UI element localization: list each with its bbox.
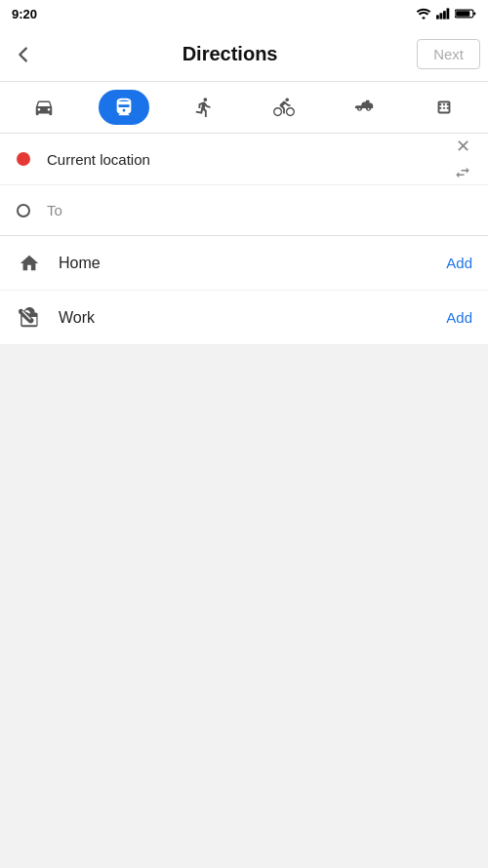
signal-icon bbox=[436, 8, 450, 20]
to-row[interactable]: To bbox=[0, 184, 488, 235]
work-label: Work bbox=[59, 309, 446, 327]
home-label: Home bbox=[59, 255, 446, 272]
svg-rect-1 bbox=[440, 13, 443, 19]
saved-home-item[interactable]: Home Add bbox=[0, 236, 488, 291]
to-dot bbox=[12, 199, 35, 222]
mode-tab-ride[interactable] bbox=[419, 90, 469, 125]
from-dot bbox=[12, 147, 35, 171]
page-title: Directions bbox=[43, 43, 417, 65]
status-icons bbox=[416, 8, 476, 20]
svg-rect-2 bbox=[443, 11, 446, 19]
svg-rect-6 bbox=[456, 11, 469, 17]
from-row[interactable]: Current location ✕ bbox=[0, 134, 488, 184]
status-bar: 9:20 bbox=[0, 0, 488, 27]
to-dot-circle bbox=[17, 204, 30, 217]
saved-locations: Home Add Work Add bbox=[0, 236, 488, 345]
mode-tab-walk[interactable] bbox=[179, 90, 229, 125]
saved-work-item[interactable]: Work Add bbox=[0, 291, 488, 345]
from-dot-red bbox=[17, 152, 30, 166]
work-icon bbox=[16, 304, 43, 332]
mode-tab-bicycle[interactable] bbox=[259, 90, 309, 125]
home-add-button[interactable]: Add bbox=[446, 251, 472, 275]
top-nav: Directions Next bbox=[0, 27, 488, 82]
status-time: 9:20 bbox=[12, 7, 37, 21]
home-icon bbox=[16, 250, 43, 277]
mode-tab-scooter[interactable] bbox=[339, 90, 389, 125]
battery-icon bbox=[455, 8, 476, 20]
from-actions: ✕ bbox=[449, 134, 476, 184]
next-button[interactable]: Next bbox=[417, 39, 480, 69]
clear-from-button[interactable]: ✕ bbox=[449, 134, 476, 158]
svg-rect-5 bbox=[473, 12, 475, 15]
mode-tab-car[interactable] bbox=[19, 90, 69, 125]
gray-area bbox=[0, 345, 488, 868]
svg-rect-0 bbox=[436, 15, 439, 19]
from-text: Current location bbox=[47, 151, 476, 168]
wifi-icon bbox=[416, 8, 431, 20]
mode-tabs bbox=[0, 82, 488, 134]
svg-rect-3 bbox=[447, 8, 450, 19]
mode-tab-transit[interactable] bbox=[99, 90, 149, 125]
back-button[interactable] bbox=[4, 35, 43, 74]
to-placeholder: To bbox=[47, 202, 476, 218]
swap-button[interactable] bbox=[449, 160, 476, 184]
route-input-area: Current location ✕ To bbox=[0, 134, 488, 236]
work-add-button[interactable]: Add bbox=[446, 305, 472, 330]
